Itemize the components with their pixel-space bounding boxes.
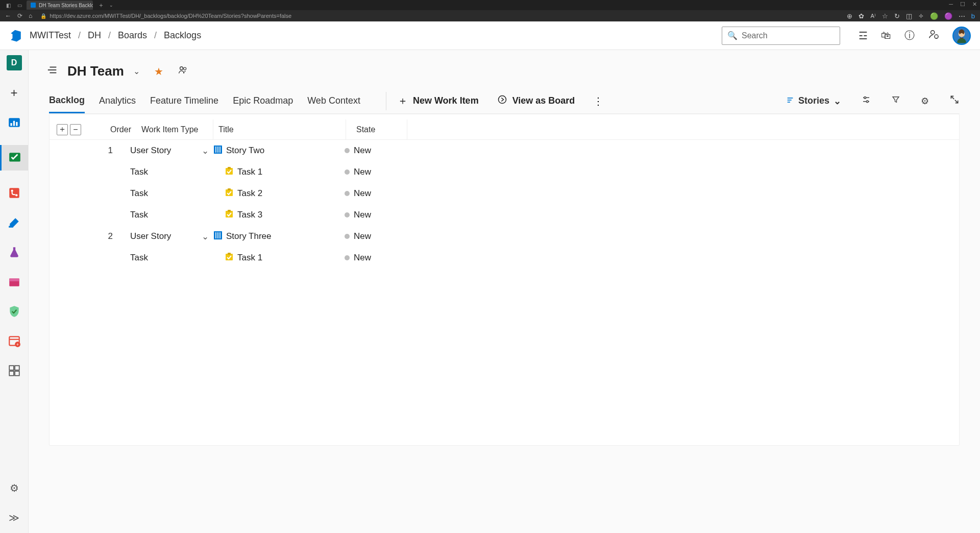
tab-backlog[interactable]: Backlog [49,88,85,113]
svg-rect-46 [228,210,231,212]
settings-gear-icon[interactable]: ⚙ [921,95,929,107]
expand-all-button[interactable]: ＋ [57,124,68,135]
project-settings-icon[interactable]: ⚙ [7,481,21,495]
dashboards-icon[interactable] [7,364,21,378]
minimize-icon[interactable]: ─ [949,1,953,8]
lock-icon: 🔒 [40,13,46,19]
avatar[interactable] [952,27,971,45]
pipelines-icon[interactable] [7,215,21,230]
work-item-title: Story Two [226,146,264,156]
repos-icon[interactable] [7,186,21,200]
cell-order: 1 [84,146,130,156]
work-items-icon[interactable]: ☲ [859,30,868,42]
col-state[interactable]: State [346,119,407,139]
url-bar[interactable]: 🔒 https://dev.azure.com/MWITTest/DH/_bac… [40,13,291,19]
refresh-icon[interactable]: ⟳ [17,12,22,19]
close-icon[interactable]: ✕ [972,1,977,8]
task-icon [225,167,233,178]
cell-title[interactable]: Task 3 [214,210,334,221]
user-settings-icon[interactable] [928,29,939,42]
shopping-icon[interactable]: ✿ [859,12,864,20]
expand-rail-icon[interactable]: ≫ [7,511,21,525]
plus-icon: ＋ [398,94,408,108]
backlog-level-dropdown[interactable]: Stories ⌄ [786,95,841,107]
side-panel-toggle-icon[interactable] [47,64,58,79]
read-aloud-icon[interactable]: A⁾ [870,13,875,19]
state-dot-icon [345,212,350,217]
table-row[interactable]: TaskTask 3New [50,204,959,226]
expand-chevron-icon[interactable]: ⌄ [202,231,214,242]
delivery-plans-icon[interactable]: + [7,334,21,348]
maximize-icon[interactable]: ☐ [960,1,965,8]
bing-icon[interactable]: b [971,12,975,20]
breadcrumb-section[interactable]: Boards [118,30,147,41]
table-row[interactable]: 1User Story⌄Story TwoNew [50,140,959,161]
task-icon [225,210,233,221]
compliance-icon[interactable] [7,304,21,319]
marketplace-icon[interactable]: 🛍 [881,30,891,41]
options-icon[interactable] [862,95,871,107]
tab-collection-icon[interactable]: ▭ [15,2,23,9]
col-title[interactable]: Title [213,119,346,139]
tab-epic-roadmap[interactable]: Epic Roadmap [233,88,293,113]
svg-rect-40 [219,147,220,153]
fullscreen-icon[interactable] [949,94,960,107]
team-title[interactable]: DH Team [67,63,124,79]
table-row[interactable]: TaskTask 2New [50,183,959,204]
cell-title[interactable]: Task 1 [214,253,334,263]
home-icon[interactable]: ⌂ [29,12,32,19]
expand-chevron-icon[interactable]: ⌄ [202,146,214,156]
artifacts-icon[interactable] [7,275,21,289]
new-item-icon[interactable]: + [7,86,21,100]
breadcrumb-sep: / [78,30,81,41]
extension1-icon[interactable]: 🟢 [930,12,938,20]
svg-rect-21 [15,366,19,370]
search-input[interactable] [742,31,835,40]
col-type[interactable]: Work Item Type [141,125,213,134]
table-row[interactable]: 2User Story⌄Story ThreeNew [50,226,959,247]
toolbar-right: Stories ⌄ ⚙ [786,94,960,107]
tab-dropdown-icon[interactable]: ⌄ [109,3,113,8]
cell-title[interactable]: Task 2 [214,188,334,199]
split-icon[interactable]: ◫ [906,12,912,20]
table-row[interactable]: TaskTask 1New [50,161,959,183]
breadcrumb-page[interactable]: Backlogs [164,30,201,41]
breadcrumb-project[interactable]: DH [88,30,101,41]
team-dropdown-icon[interactable]: ⌄ [133,66,140,76]
back-icon[interactable]: ← [5,12,11,19]
state-text: New [354,210,371,220]
collections-icon[interactable]: ✧ [918,12,924,20]
task-icon [225,188,233,199]
favorite-icon[interactable]: ★ [154,65,163,78]
filter-icon[interactable] [891,95,900,107]
more-actions-icon[interactable]: ⋮ [593,95,603,107]
col-order[interactable]: Order [95,125,141,134]
more-icon[interactable]: ⋯ [959,12,965,20]
tab-feature-timeline[interactable]: Feature Timeline [150,88,218,113]
extension2-icon[interactable]: 🟣 [944,12,952,20]
search-box[interactable]: 🔍 [722,27,840,45]
favorite-star-icon[interactable]: ☆ [882,12,888,20]
new-tab-button[interactable]: ＋ [98,1,104,10]
tab-web-context[interactable]: Web Context [307,88,360,113]
browser-tab[interactable]: DH Team Stories Backlog - Board… ✕ [27,1,93,10]
tab-overview-icon[interactable]: ◧ [4,2,12,9]
project-badge[interactable]: D [7,55,22,70]
tab-analytics[interactable]: Analytics [99,88,136,113]
boards-icon[interactable] [0,145,28,171]
zoom-icon[interactable]: ⊕ [847,12,852,20]
breadcrumb-org[interactable]: MWITTest [30,30,71,41]
cell-title[interactable]: Task 1 [214,167,334,178]
azure-devops-logo-icon[interactable] [9,29,22,42]
team-members-icon[interactable] [178,65,188,78]
table-row[interactable]: TaskTask 1New [50,247,959,269]
view-as-board-button[interactable]: View as Board [497,94,575,107]
sync-icon[interactable]: ↻ [894,12,900,20]
test-plans-icon[interactable] [7,245,21,259]
overview-icon[interactable] [7,115,21,130]
collapse-all-button[interactable]: − [70,124,81,135]
cell-title[interactable]: Story Two [214,146,334,156]
new-work-item-button[interactable]: ＋ New Work Item [398,94,479,108]
help-icon[interactable]: ⓘ [904,29,915,42]
cell-title[interactable]: Story Three [214,231,334,242]
